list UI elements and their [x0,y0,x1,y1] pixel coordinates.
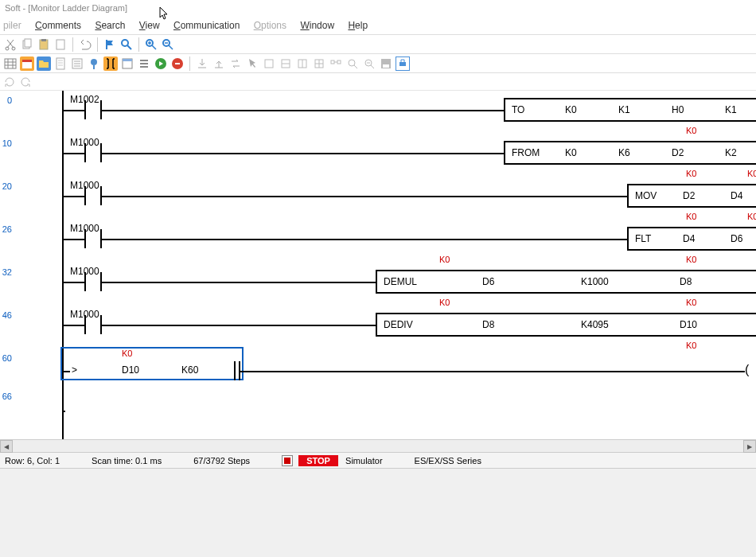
menu-bar[interactable]: piler Comments Search View Communication… [0,18,756,35]
scroll-track[interactable] [13,440,743,452]
network-icon[interactable] [329,56,343,71]
play-icon[interactable] [154,56,168,71]
cut-icon[interactable] [3,37,18,52]
separator [189,56,190,71]
grid-icon[interactable] [3,56,18,71]
wire [62,196,84,197]
instruction-cell: K4095 [581,319,609,330]
zoom-icon[interactable] [345,56,360,71]
calendar-icon[interactable] [20,56,34,71]
scroll-left-icon[interactable]: ◀ [0,440,13,453]
find-icon[interactable] [119,37,134,52]
wire [62,371,70,372]
copy-icon[interactable] [20,37,34,52]
menu-communication[interactable]: Communication [173,20,240,31]
compare-box[interactable] [60,347,244,380]
instruction-box[interactable]: FROMK0K6D2K2 [504,141,756,165]
instruction-cell: D2 [683,190,695,201]
k0-annotation: K0 [686,169,696,178]
edit1-icon[interactable] [262,56,276,71]
list-icon[interactable] [70,56,84,71]
download-icon[interactable] [195,56,209,71]
instruction-cell: K1000 [581,276,609,287]
page-icon[interactable] [53,56,68,71]
instruction-cell: K1 [725,104,737,115]
left-bus-bar [62,91,64,439]
ladder-editor: 010202632466066 M1002TOK0K1H0K1K0M1000FR… [0,91,756,439]
status-position: Row: 6, Col: 1 [5,456,60,465]
instruction-cell: H0 [672,104,684,115]
svg-point-16 [91,59,97,65]
wire [100,325,376,326]
stop-icon[interactable] [170,56,185,71]
instruction-box[interactable]: TOK0K1H0K1 [504,98,756,122]
transfer-icon[interactable] [228,56,243,71]
cursor-icon[interactable] [245,56,259,71]
instruction-cell: D6 [731,233,742,244]
menu-comments[interactable]: Comments [35,20,81,31]
doc-icon[interactable] [53,37,68,52]
address-gutter: 010202632466066 [0,91,14,439]
wire [100,110,504,111]
menu-options[interactable]: Options [254,20,286,31]
svg-rect-21 [175,63,180,64]
menu-window[interactable]: Window [300,20,334,31]
brackets-icon[interactable] [103,56,118,71]
instruction-cell: D8 [482,319,494,330]
menu-compiler[interactable]: piler [3,20,21,31]
instruction-cell: K0 [565,147,577,158]
instruction-box[interactable]: DEDIVD8K4095D10 [376,313,756,337]
address-label: 32 [2,267,12,277]
instruction-cell: K1 [618,104,630,115]
svg-rect-22 [265,60,273,68]
k0-annotation: K0 [686,212,696,221]
svg-rect-31 [383,64,389,68]
instruction-box[interactable]: FLTD4D6 [627,227,756,251]
edit2-icon[interactable] [279,56,293,71]
instruction-cell: D6 [482,276,494,287]
zoom-out-icon[interactable] [161,37,175,52]
window-title: Soft - [Monitor Ladder Diagram] [5,3,127,13]
lines-icon[interactable] [137,56,151,71]
refresh-icon[interactable] [3,76,16,88]
wire [239,371,745,372]
pin-icon[interactable] [87,56,101,71]
ladder-canvas[interactable]: M1002TOK0K1H0K1K0M1000FROMK0K6D2K2K0K0M1… [14,91,756,439]
wire [100,153,504,154]
edit3-icon[interactable] [295,56,310,71]
instruction-box[interactable]: DEMULD6K1000D8 [376,270,756,294]
status-steps: 67/3792 Steps [193,456,250,465]
contact-bar [84,143,86,162]
horizontal-scrollbar[interactable]: ◀ ▶ [0,439,756,452]
svg-point-8 [122,40,128,46]
scroll-right-icon[interactable]: ▶ [743,440,756,453]
contact-bar [234,361,236,380]
undo2-icon[interactable] [19,76,32,88]
folder-icon[interactable] [37,56,51,71]
instruction-box[interactable]: MOVD2D4 [627,184,756,208]
menu-help[interactable]: Help [348,20,368,31]
zoom-in-icon[interactable] [144,37,158,52]
port-icon[interactable] [396,56,410,71]
address-label: 60 [2,353,12,363]
wire [100,196,627,197]
zoom2-icon[interactable] [362,56,376,71]
window-icon[interactable] [120,56,134,71]
save-icon[interactable] [379,56,393,71]
menu-view[interactable]: View [139,20,160,31]
contact-bar [84,315,86,334]
separator [97,37,98,52]
paste-icon[interactable] [37,37,51,52]
edit4-icon[interactable] [312,56,326,71]
instruction-cell: DEDIV [384,319,413,330]
contact-bar [84,272,86,291]
flag-icon[interactable] [103,37,117,52]
separator [138,37,139,52]
k0-annotation: K0 [439,298,450,307]
upload-icon[interactable] [212,56,226,71]
instruction-cell: D8 [680,276,692,287]
svg-rect-18 [123,59,132,61]
instruction-cell: D2 [672,147,684,158]
menu-search[interactable]: Search [95,20,125,31]
undo-icon[interactable] [78,37,92,52]
